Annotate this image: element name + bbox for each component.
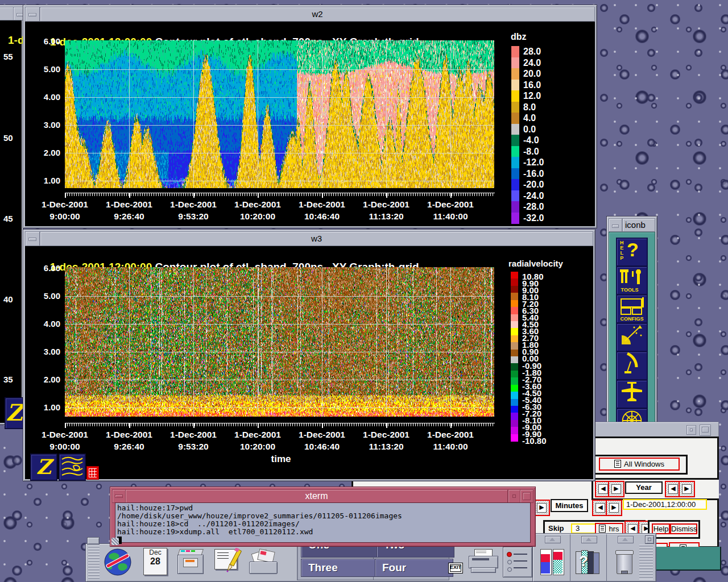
all-windows-group: All Windows <box>593 455 688 475</box>
w3-minimize-button[interactable] <box>25 231 40 246</box>
colorbar-label: 0.0 <box>523 124 536 135</box>
w3-colorbar-title: radialvelocity <box>508 259 563 268</box>
subpanel-menu-button[interactable] <box>645 535 654 544</box>
x-axis-label: 1-Dec-200110:46:40 <box>289 429 355 452</box>
dismiss-button[interactable]: Dismiss <box>670 523 697 534</box>
x-axis-label-date: 1-Dec-2001 <box>417 198 483 210</box>
style-manager-launcher[interactable] <box>539 549 564 575</box>
colorbar-label: 16.0 <box>523 80 541 90</box>
window-w2[interactable]: w2 1-dec-2001,12:00:00 Contour plot of e… <box>23 5 597 228</box>
skip-value-field[interactable]: 3 <box>571 523 596 534</box>
grid-tool-icon[interactable] <box>86 466 99 480</box>
arrow-right-icon: ▶ <box>611 484 621 494</box>
colorbar-segment <box>511 307 518 314</box>
zebra-logo-tile[interactable]: Z <box>30 454 57 481</box>
colorbar-segment <box>511 157 519 168</box>
colorbar-label: -28.0 <box>523 202 544 212</box>
iconbar-tile-radar-scan[interactable] <box>616 323 648 352</box>
w3-plot-area[interactable] <box>65 267 494 417</box>
panel-left-button[interactable] <box>87 537 100 544</box>
x-axis-major-tick <box>65 423 66 428</box>
window-left-plot[interactable]: 1-de 5550454035 Z <box>0 5 24 425</box>
iconbar-tile-tools[interactable]: TOOLS <box>616 266 648 295</box>
colorbar-segment <box>511 420 518 427</box>
year-label-box: Year <box>625 481 663 494</box>
w3-titlebar[interactable]: w3 <box>40 231 593 246</box>
xterm-resize-grip[interactable] <box>111 538 119 545</box>
subpanel-toggle-1[interactable] <box>545 536 561 543</box>
exit-button[interactable]: EXIT <box>448 563 463 573</box>
cpanel-restore-button[interactable] <box>686 425 696 435</box>
colorbar-label: -12.0 <box>523 157 544 168</box>
xterm-screen[interactable]: hail:houze:17>pwd /home/disk/user_www/ho… <box>115 502 531 543</box>
help-manager-launcher[interactable]: ? <box>574 549 602 575</box>
minutes-fwd-fast-button[interactable]: ▶ <box>606 500 622 516</box>
all-windows-button[interactable]: All Windows <box>599 458 680 471</box>
x-axis-label: 1-Dec-200111:40:00 <box>417 429 483 452</box>
x-axis-major-tick <box>450 423 452 428</box>
calendar-launcher[interactable]: Dec 28 <box>143 548 167 575</box>
year-back-button[interactable]: ▶ <box>608 481 624 497</box>
subpanel-toggle-3[interactable] <box>618 536 634 543</box>
iconbar-titlebar[interactable]: iconb <box>622 218 655 232</box>
iconbar-tile-configs[interactable]: CONFIGS <box>616 294 648 323</box>
colorbar-segment <box>511 124 519 135</box>
iconbar-tile-aircraft[interactable] <box>616 380 648 409</box>
colorbar-segment <box>511 371 518 378</box>
y-axis-label: 2.00 <box>34 148 60 157</box>
x-axis-label-date: 1-Dec-2001 <box>96 198 162 210</box>
colorbar-label: -4.0 <box>523 135 539 146</box>
panel-left-grip[interactable] <box>88 546 100 580</box>
workspace-button-four[interactable]: Four <box>375 559 453 577</box>
printer-launcher[interactable] <box>468 549 499 575</box>
y-axis-label: 5.00 <box>34 291 60 301</box>
datetime-field[interactable]: 1-Dec-2001,12:00:00 <box>623 499 707 510</box>
contour-tool-tile[interactable] <box>59 454 86 481</box>
xterm-restore-button[interactable] <box>508 489 520 503</box>
arrow-right-icon: ▶ <box>537 503 547 513</box>
year-forward-fast-button[interactable]: ▶ <box>679 481 695 497</box>
workspace-switcher: OneTwoThreeFour <box>297 544 449 580</box>
mail-launcher[interactable] <box>249 550 276 574</box>
x-axis-label-time: 9:00:00 <box>32 210 98 222</box>
w2-minimize-button[interactable] <box>25 7 40 22</box>
x-axis-label: 1-Dec-200111:13:20 <box>353 198 419 222</box>
xterm-maximize-button[interactable] <box>520 489 533 503</box>
cpanel-maximize-button[interactable] <box>700 425 711 436</box>
subpanel-right-grip[interactable] <box>639 544 653 580</box>
x-axis-label-date: 1-Dec-2001 <box>289 429 355 440</box>
workspace-button-three[interactable]: Three <box>301 559 379 577</box>
xterm-titlebar[interactable]: xterm <box>125 489 508 503</box>
left-plot-y-label: 55 <box>3 52 13 61</box>
xterm-minimize-button[interactable] <box>112 489 126 503</box>
window-xterm[interactable]: xterm hail:houze:17>pwd /home/disk/user_… <box>110 487 536 547</box>
window-w3[interactable]: w3 1-dec-2001,12:00:00 Contour plot of e… <box>23 229 595 481</box>
w2-titlebar[interactable]: w2 <box>40 7 595 22</box>
front-panel: Dec 28 OneTwoThreeFour EXIT <box>85 542 533 582</box>
minutes-back-button[interactable]: ▶ <box>533 500 550 516</box>
x-axis-label-time: 10:46:40 <box>289 440 355 452</box>
x-axis-label-time: 10:20:00 <box>225 440 291 452</box>
colorbar-segment <box>511 350 518 357</box>
file-manager-launcher[interactable] <box>177 549 202 573</box>
y-axis-label: 1.00 <box>34 176 60 185</box>
y-axis-label: 1.00 <box>34 402 60 412</box>
iconbar-tile-dish-antenna[interactable] <box>616 351 648 380</box>
left-plot-partial-title: 1-de <box>8 34 24 47</box>
w3-client: 1-dec-2001,12:00:00 Contour plot of etl_… <box>25 246 593 479</box>
iconbar-tile-help[interactable]: HELP? <box>616 238 648 267</box>
iconbar-minimize-button[interactable] <box>609 218 622 232</box>
colorbar-segment <box>511 321 518 329</box>
colorbar-label: -24.0 <box>523 191 544 201</box>
x-axis-label-time: 10:46:40 <box>289 210 355 222</box>
left-plot-y-label: 40 <box>3 294 13 304</box>
w2-plot-area[interactable] <box>65 40 494 188</box>
x-axis-label-date: 1-Dec-2001 <box>225 429 291 440</box>
trash-launcher[interactable] <box>613 549 636 575</box>
web-browser-launcher[interactable] <box>104 548 132 576</box>
zebra-logo-tile[interactable]: Z <box>5 397 24 429</box>
colorbar-label: -20.0 <box>523 180 544 190</box>
subpanel-toggle-2[interactable] <box>581 536 597 543</box>
console-launcher[interactable] <box>503 547 532 577</box>
text-editor-launcher[interactable] <box>213 548 239 575</box>
